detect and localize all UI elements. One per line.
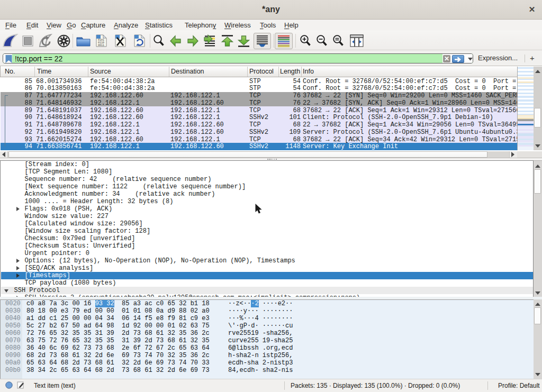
svg-text:0011: 0011: [98, 43, 104, 47]
